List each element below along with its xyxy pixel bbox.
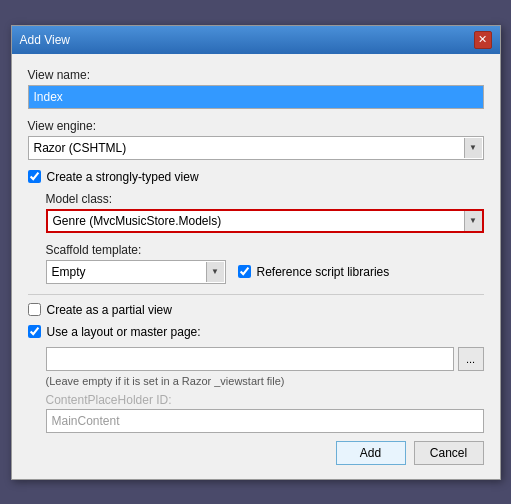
use-layout-label[interactable]: Use a layout or master page: (47, 325, 201, 339)
content-placeholder-input[interactable] (46, 409, 484, 433)
use-layout-checkbox[interactable] (28, 325, 41, 338)
content-placeholder-group: ContentPlaceHolder ID: (46, 393, 484, 433)
divider-1 (28, 294, 484, 295)
model-class-label: Model class: (46, 192, 484, 206)
model-class-select-wrapper: Genre (MvcMusicStore.Models) ▼ (46, 209, 484, 233)
dialog-content: View name: View engine: Razor (CSHTML) A… (12, 54, 500, 479)
content-placeholder-label: ContentPlaceHolder ID: (46, 393, 484, 407)
button-row: Add Cancel (28, 433, 484, 469)
strongly-typed-label[interactable]: Create a strongly-typed view (47, 170, 199, 184)
layout-hint: (Leave empty if it is set in a Razor _vi… (46, 375, 484, 387)
view-engine-select-wrapper: Razor (CSHTML) ASPX ▼ (28, 136, 484, 160)
close-button[interactable]: ✕ (474, 31, 492, 49)
scaffold-label: Scaffold template: (46, 243, 484, 257)
layout-path-input[interactable] (46, 347, 454, 371)
layout-input-row: ... (46, 347, 484, 371)
add-button[interactable]: Add (336, 441, 406, 465)
model-class-group: Model class: Genre (MvcMusicStore.Models… (46, 192, 484, 233)
partial-view-label[interactable]: Create as a partial view (47, 303, 172, 317)
strongly-typed-row: Create a strongly-typed view (28, 170, 484, 184)
view-name-label: View name: (28, 68, 484, 82)
scaffold-select-wrapper: Empty Create Delete Details Edit List ▼ (46, 260, 226, 284)
browse-button[interactable]: ... (458, 347, 484, 371)
dialog-title: Add View (20, 33, 70, 47)
ref-scripts-row: Reference script libraries (238, 265, 390, 279)
reference-scripts-label[interactable]: Reference script libraries (257, 265, 390, 279)
view-engine-label: View engine: (28, 119, 484, 133)
cancel-button[interactable]: Cancel (414, 441, 484, 465)
title-bar: Add View ✕ (12, 26, 500, 54)
view-engine-group: View engine: Razor (CSHTML) ASPX ▼ (28, 119, 484, 160)
scaffold-row: Empty Create Delete Details Edit List ▼ … (46, 260, 484, 284)
add-view-dialog: Add View ✕ View name: View engine: Razor… (11, 25, 501, 480)
strongly-typed-checkbox[interactable] (28, 170, 41, 183)
scaffold-group: Scaffold template: Empty Create Delete D… (46, 243, 484, 284)
view-name-group: View name: (28, 68, 484, 109)
model-class-select[interactable]: Genre (MvcMusicStore.Models) (46, 209, 484, 233)
partial-view-checkbox[interactable] (28, 303, 41, 316)
partial-view-row: Create as a partial view (28, 303, 484, 317)
view-engine-select[interactable]: Razor (CSHTML) ASPX (28, 136, 484, 160)
use-layout-row: Use a layout or master page: (28, 325, 484, 339)
view-name-input[interactable] (28, 85, 484, 109)
scaffold-select[interactable]: Empty Create Delete Details Edit List (46, 260, 226, 284)
reference-scripts-checkbox[interactable] (238, 265, 251, 278)
